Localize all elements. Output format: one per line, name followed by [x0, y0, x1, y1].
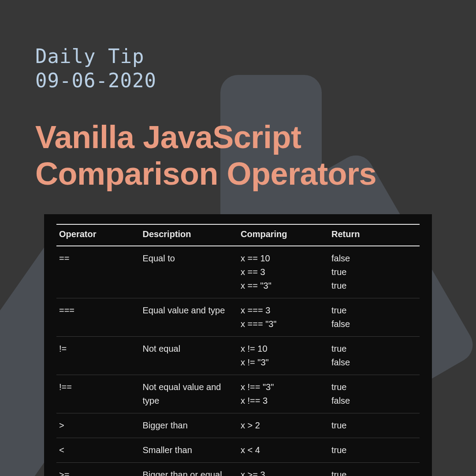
- return-value: false: [331, 356, 417, 369]
- col-header-comparing: Comparing: [238, 224, 329, 246]
- operators-table-card: Operator Description Comparing Return ==…: [44, 214, 432, 476]
- comparing-value: x == 3: [241, 265, 326, 279]
- cell-comparing: x < 4: [238, 438, 329, 462]
- comparing-value: x !== 3: [241, 394, 326, 408]
- col-header-return: Return: [329, 224, 420, 246]
- cell-return: truefalse: [329, 336, 420, 375]
- return-value: true: [331, 265, 417, 279]
- return-value: true: [331, 443, 417, 457]
- cell-operator: ==: [56, 246, 140, 298]
- cell-comparing: x != 10x != "3": [238, 336, 329, 375]
- cell-comparing: x >= 3: [238, 462, 329, 476]
- return-value: true: [331, 380, 417, 394]
- return-value: true: [331, 342, 417, 356]
- comparing-value: x < 4: [241, 443, 326, 457]
- return-value: false: [331, 394, 417, 408]
- col-header-operator: Operator: [56, 224, 140, 246]
- comparing-value: x == 10: [241, 252, 326, 265]
- return-value: true: [331, 304, 417, 317]
- table-header-row: Operator Description Comparing Return: [56, 224, 420, 246]
- cell-return: truefalse: [329, 375, 420, 413]
- table-row: !==Not equal value and typex !== "3"x !=…: [56, 375, 420, 413]
- cell-description: Bigger than: [140, 413, 238, 438]
- cell-return: falsetruetrue: [329, 246, 420, 298]
- return-value: true: [331, 279, 417, 293]
- comparing-value: x === 3: [241, 304, 326, 317]
- cell-return: true: [329, 462, 420, 476]
- table-row: ===Equal value and typex === 3x === "3"t…: [56, 298, 420, 336]
- cell-operator: >=: [56, 462, 140, 476]
- operators-table: Operator Description Comparing Return ==…: [56, 224, 420, 476]
- cell-operator: !=: [56, 336, 140, 375]
- page-title: Vanilla JavaScript Comparison Operators: [35, 119, 441, 192]
- cell-operator: <: [56, 438, 140, 462]
- cell-operator: !==: [56, 375, 140, 413]
- cell-comparing: x !== "3"x !== 3: [238, 375, 329, 413]
- page-content: Daily Tip 09-06-2020 Vanilla JavaScript …: [0, 0, 476, 476]
- cell-return: truefalse: [329, 298, 420, 336]
- table-row: >Bigger thanx > 2true: [56, 413, 420, 438]
- comparing-value: x != 10: [241, 342, 326, 356]
- cell-description: Not equal: [140, 336, 238, 375]
- table-row: !=Not equalx != 10x != "3"truefalse: [56, 336, 420, 375]
- cell-comparing: x > 2: [238, 413, 329, 438]
- comparing-value: x > 2: [241, 419, 326, 432]
- kicker-date: 09-06-2020: [35, 68, 441, 93]
- comparing-value: x == "3": [241, 279, 326, 293]
- table-row: ==Equal tox == 10x == 3x == "3"falsetrue…: [56, 246, 420, 298]
- cell-description: Equal value and type: [140, 298, 238, 336]
- kicker-label: Daily Tip: [35, 44, 441, 68]
- return-value: false: [331, 317, 417, 331]
- cell-return: true: [329, 413, 420, 438]
- table-row: <Smaller thanx < 4true: [56, 438, 420, 462]
- cell-description: Equal to: [140, 246, 238, 298]
- return-value: false: [331, 252, 417, 265]
- return-value: true: [331, 419, 417, 432]
- col-header-description: Description: [140, 224, 238, 246]
- comparing-value: x === "3": [241, 317, 326, 331]
- cell-comparing: x == 10x == 3x == "3": [238, 246, 329, 298]
- cell-operator: >: [56, 413, 140, 438]
- cell-description: Not equal value and type: [140, 375, 238, 413]
- cell-comparing: x === 3x === "3": [238, 298, 329, 336]
- cell-operator: ===: [56, 298, 140, 336]
- kicker: Daily Tip 09-06-2020: [35, 44, 441, 93]
- cell-return: true: [329, 438, 420, 462]
- table-row: >=Bigger than or equalx >= 3true: [56, 462, 420, 476]
- comparing-value: x >= 3: [241, 468, 326, 476]
- comparing-value: x != "3": [241, 356, 326, 369]
- comparing-value: x !== "3": [241, 380, 326, 394]
- return-value: true: [331, 468, 417, 476]
- cell-description: Smaller than: [140, 438, 238, 462]
- cell-description: Bigger than or equal: [140, 462, 238, 476]
